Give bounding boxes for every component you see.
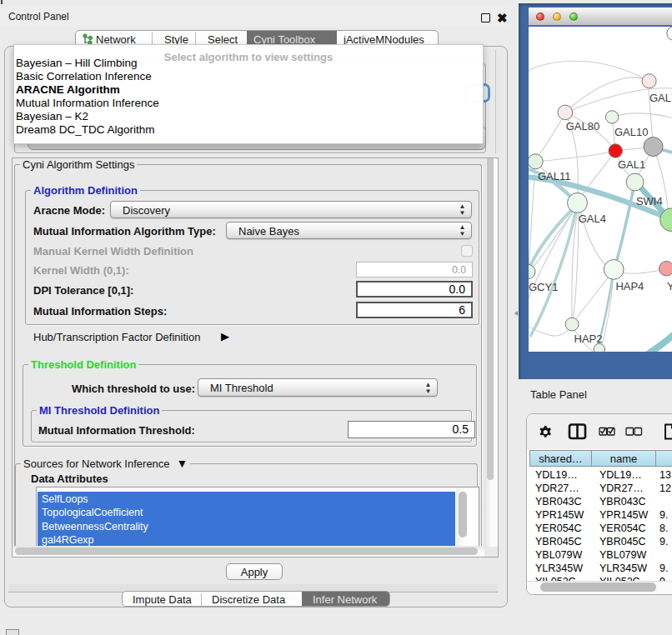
svg-text:GAL4: GAL4 (579, 212, 606, 225)
svg-text:GAL80: GAL80 (566, 120, 599, 132)
svg-text:GAL7: GAL7 (649, 92, 672, 104)
svg-text:GAL1: GAL1 (618, 158, 645, 171)
svg-text:HAP2: HAP2 (574, 332, 603, 345)
svg-text:GAL11: GAL11 (538, 170, 571, 182)
svg-text:SWI4: SWI4 (636, 195, 663, 208)
svg-text:Y: Y (667, 280, 672, 292)
svg-text:GCY1: GCY1 (529, 281, 558, 293)
svg-text:GAL10: GAL10 (614, 126, 648, 138)
svg-text:HAP4: HAP4 (615, 280, 644, 292)
